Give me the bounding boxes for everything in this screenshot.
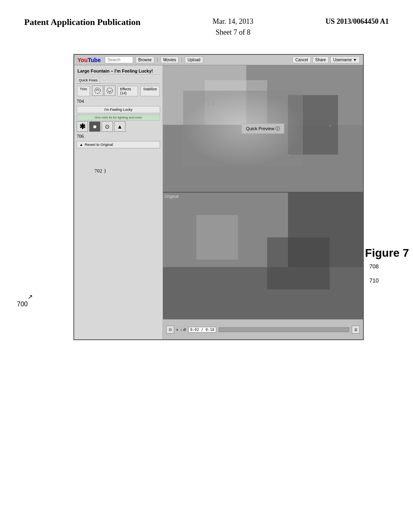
figure-area: 700 ↗ YouTube Browse | Movies | Upload C… <box>0 46 413 348</box>
svg-rect-17 <box>267 237 330 289</box>
tabs-row[interactable]: Quick Fixes <box>77 77 160 84</box>
right-panel: Send Feedback <box>163 65 363 339</box>
patent-header: Patent Application Publication Mar. 14, … <box>0 0 413 46</box>
original-video-svg <box>163 193 363 319</box>
svg-rect-11 <box>330 125 331 127</box>
play-controls: ⊙ + −.ıll <box>166 326 186 334</box>
circle-tool-icon[interactable]: ⊙ <box>102 121 113 132</box>
stabilize-button[interactable]: Stabilize <box>140 86 160 96</box>
timeline-bar[interactable] <box>219 327 349 332</box>
left-panel: Large Fountain – I'm Feeling Lucky! Quic… <box>74 65 163 339</box>
label-700: 700 <box>17 301 28 308</box>
upload-button[interactable]: Upload <box>185 56 203 63</box>
video-preview-bottom: Original <box>163 193 363 319</box>
square-tool-icon[interactable]: ■ <box>89 121 100 132</box>
figure-label: Figure 7 <box>365 247 409 260</box>
svg-rect-16 <box>196 215 238 260</box>
oneclick-description: One-click fix for lighting and color <box>77 114 160 121</box>
svg-rect-6 <box>204 80 267 125</box>
svg-point-1 <box>107 88 113 94</box>
effects-button[interactable]: Effects (14) <box>117 86 138 96</box>
patent-date: Mar. 14, 2013 Sheet 7 of 8 <box>213 16 253 38</box>
asterisk-tool-icon[interactable]: ✱ <box>77 121 88 132</box>
toolbar: YouTube Browse | Movies | Upload Cancel … <box>74 55 363 65</box>
cancel-button[interactable]: Cancel <box>292 56 311 63</box>
sep1: | <box>157 58 158 62</box>
title-row: Large Fountain – I'm Feeling Lucky! <box>77 68 160 77</box>
revert-button[interactable]: ▲ Revert to Original <box>77 141 160 148</box>
video-content-original <box>163 193 363 319</box>
svg-rect-9 <box>213 102 214 105</box>
svg-rect-3 <box>163 65 246 125</box>
bottom-controls: ⊙ + −.ıll 0:02 / 0:18 ≡ <box>163 319 363 339</box>
settings-icon[interactable]: ≡ <box>352 326 360 334</box>
svg-rect-10 <box>288 155 290 156</box>
trim-icon-left[interactable] <box>92 85 103 96</box>
original-label: Original <box>165 194 178 199</box>
share-button[interactable]: Share <box>313 56 329 63</box>
label-708: 708 <box>369 263 379 270</box>
patent-number: US 2013/0064450 A1 <box>325 16 389 27</box>
arrow-700: ↗ <box>27 293 33 301</box>
tab-quick-fixes[interactable]: Quick Fixes <box>77 77 100 83</box>
label-702-container: 702 } <box>94 168 106 174</box>
username-dropdown[interactable]: Username ▼ <box>330 56 360 63</box>
label-704: 704 <box>77 98 160 104</box>
signal-icon: −.ıll <box>180 328 186 332</box>
im-feeling-lucky-button[interactable]: I'm Feeling Lucky <box>77 106 160 113</box>
logo-tube: Tube <box>88 57 100 63</box>
tools-row: Trim <box>77 85 160 97</box>
trim-icon-right[interactable] <box>104 85 115 96</box>
content-area: Large Fountain – I'm Feeling Lucky! Quic… <box>74 65 363 339</box>
bracket-702: } <box>104 168 106 174</box>
trim-icons <box>92 85 115 97</box>
plus-icon: + <box>176 327 178 332</box>
search-input[interactable] <box>105 56 133 63</box>
arrow-tool-icon[interactable]: ▲ <box>114 121 125 132</box>
quick-preview-label: Quick Preview ⓘ <box>242 124 284 134</box>
sep2: | <box>181 58 182 62</box>
trim-button[interactable]: Trim <box>77 86 90 96</box>
revert-label: Revert to Original <box>85 143 113 147</box>
logo-you: You <box>77 57 88 63</box>
ui-mockup: YouTube Browse | Movies | Upload Cancel … <box>73 54 364 340</box>
svg-rect-8 <box>184 73 185 75</box>
video-title: Large Fountain – I'm Feeling Lucky! <box>77 68 160 75</box>
tool-icons-row: ✱ ■ ⊙ ▲ <box>77 121 160 132</box>
revert-icon: ▲ <box>79 143 83 147</box>
right-toolbar: Cancel Share Username ▼ <box>292 56 360 63</box>
logo: YouTube <box>77 57 101 63</box>
svg-rect-15 <box>163 267 363 319</box>
patent-title: Patent Application Publication <box>24 16 140 29</box>
label-710: 710 <box>369 277 379 284</box>
time-display: 0:02 / 0:18 <box>188 327 217 332</box>
video-title-area: Large Fountain – I'm Feeling Lucky! <box>77 68 160 77</box>
label-706: 706 <box>77 133 160 139</box>
label-702: 702 <box>94 168 102 174</box>
browse-button[interactable]: Browse <box>136 56 154 63</box>
movies-button[interactable]: Movies <box>161 56 179 63</box>
rewind-button[interactable]: ⊙ <box>166 326 174 334</box>
video-preview-top: Quick Preview ⓘ <box>163 65 363 193</box>
svg-point-0 <box>95 88 100 94</box>
